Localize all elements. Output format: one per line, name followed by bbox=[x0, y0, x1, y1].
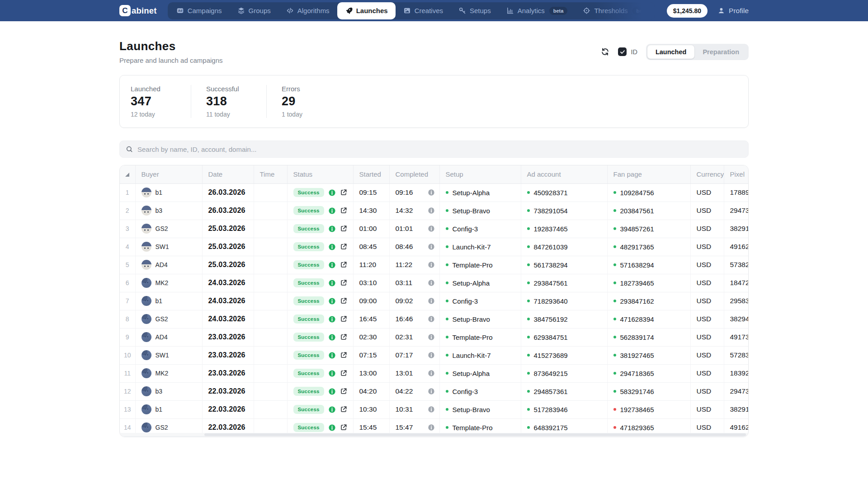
open-launch-icon[interactable] bbox=[340, 297, 347, 305]
nav-item-creatives[interactable]: Creatives bbox=[396, 2, 451, 19]
nav-item-launches[interactable]: Launches bbox=[337, 2, 396, 19]
buyer-link[interactable]: b3 bbox=[142, 386, 202, 396]
buyer-link[interactable]: AD4 bbox=[142, 260, 202, 270]
buyer-link[interactable]: b3 bbox=[142, 206, 202, 216]
completed-info-icon[interactable] bbox=[428, 315, 435, 323]
status-info-icon[interactable] bbox=[328, 225, 336, 233]
status-info-icon[interactable] bbox=[328, 333, 336, 341]
status-info-icon[interactable] bbox=[328, 388, 336, 395]
table-row[interactable]: 7b124.03.2026Success09:0009:02Config-371… bbox=[120, 292, 749, 310]
completed-info-icon[interactable] bbox=[428, 388, 435, 395]
table-row[interactable]: 1b126.03.2026Success09:1509:16Setup-Alph… bbox=[120, 183, 749, 202]
open-launch-icon[interactable] bbox=[340, 370, 347, 377]
table-row[interactable]: 12b322.03.2026Success04:2004:22Config-32… bbox=[120, 382, 749, 400]
nav-item-campaigns[interactable]: AdCampaigns bbox=[169, 2, 230, 19]
open-launch-icon[interactable] bbox=[340, 261, 347, 268]
open-launch-icon[interactable] bbox=[340, 315, 347, 323]
status-info-icon[interactable] bbox=[328, 261, 336, 269]
refresh-icon[interactable] bbox=[601, 47, 609, 56]
column-header-started[interactable]: Started bbox=[353, 165, 389, 183]
buyer-link[interactable]: MK2 bbox=[142, 368, 202, 378]
app-logo[interactable]: C abinet bbox=[119, 5, 157, 16]
column-header-ad-account[interactable]: Ad account bbox=[521, 165, 607, 183]
open-launch-icon[interactable] bbox=[340, 279, 347, 286]
column-header-date[interactable]: Date bbox=[202, 165, 254, 183]
buyer-link[interactable]: AD4 bbox=[142, 332, 202, 342]
table-row[interactable]: 3GS225.03.2026Success01:0001:01Config-31… bbox=[120, 220, 749, 238]
column-header-fan-page[interactable]: Fan page bbox=[607, 165, 690, 183]
status-info-icon[interactable] bbox=[328, 279, 336, 287]
profile-menu[interactable]: Profile bbox=[717, 7, 749, 15]
status-info-icon[interactable] bbox=[328, 243, 336, 251]
status-info-icon[interactable] bbox=[328, 424, 336, 432]
completed-info-icon[interactable] bbox=[428, 207, 435, 214]
open-launch-icon[interactable] bbox=[340, 207, 347, 214]
completed-info-icon[interactable] bbox=[428, 333, 435, 341]
buyer-link[interactable]: MK2 bbox=[142, 278, 202, 288]
tab-preparation[interactable]: Preparation bbox=[694, 45, 747, 59]
open-launch-icon[interactable] bbox=[340, 225, 347, 232]
open-launch-icon[interactable] bbox=[340, 424, 347, 431]
status-info-icon[interactable] bbox=[328, 189, 336, 197]
buyer-link[interactable]: SW1 bbox=[142, 242, 202, 252]
open-launch-icon[interactable] bbox=[340, 352, 347, 359]
buyer-link[interactable]: SW1 bbox=[142, 350, 202, 360]
table-row[interactable]: 9AD423.03.2026Success02:3002:31Template-… bbox=[120, 328, 749, 346]
completed-info-icon[interactable] bbox=[428, 225, 435, 232]
table-row[interactable]: 5AD425.03.2026Success11:2011:22Template-… bbox=[120, 256, 749, 274]
completed-info-icon[interactable] bbox=[428, 243, 435, 250]
buyer-link[interactable]: GS2 bbox=[142, 422, 202, 432]
nav-item-thresholds[interactable]: Thresholdsbeta bbox=[575, 2, 655, 19]
completed-info-icon[interactable] bbox=[428, 297, 435, 305]
status-info-icon[interactable] bbox=[328, 297, 336, 305]
completed-info-icon[interactable] bbox=[428, 189, 435, 196]
table-row[interactable]: 13b122.03.2026Success10:3010:31Setup-Bra… bbox=[120, 400, 749, 418]
column-header-setup[interactable]: Setup bbox=[439, 165, 521, 183]
table-row[interactable]: 4SW125.03.2026Success08:4508:46Launch-Ki… bbox=[120, 238, 749, 256]
buyer-link[interactable]: b1 bbox=[142, 188, 202, 197]
completed-info-icon[interactable] bbox=[428, 406, 435, 413]
horizontal-scrollbar-thumb[interactable] bbox=[204, 433, 746, 436]
open-launch-icon[interactable] bbox=[340, 243, 347, 250]
status-info-icon[interactable] bbox=[328, 352, 336, 359]
buyer-link[interactable]: b1 bbox=[142, 296, 202, 306]
column-header-buyer[interactable]: Buyer bbox=[135, 165, 202, 183]
tab-launched[interactable]: Launched bbox=[647, 45, 694, 59]
column-header-currency[interactable]: Currency bbox=[690, 165, 724, 183]
buyer-link[interactable]: b1 bbox=[142, 404, 202, 414]
open-launch-icon[interactable] bbox=[340, 333, 347, 341]
nav-item-setups[interactable]: Setups bbox=[451, 2, 499, 19]
open-launch-icon[interactable] bbox=[340, 406, 347, 413]
open-launch-icon[interactable] bbox=[340, 388, 347, 395]
completed-info-icon[interactable] bbox=[428, 279, 435, 286]
id-checkbox[interactable] bbox=[618, 47, 627, 56]
table-row[interactable]: 6MK224.03.2026Success03:1003:11Setup-Alp… bbox=[120, 274, 749, 292]
completed-info-icon[interactable] bbox=[428, 352, 435, 359]
open-launch-icon[interactable] bbox=[340, 189, 347, 196]
completed-info-icon[interactable] bbox=[428, 370, 435, 377]
buyer-cell: AD4 bbox=[135, 256, 202, 274]
column-header-status[interactable]: Status bbox=[287, 165, 353, 183]
status-info-icon[interactable] bbox=[328, 406, 336, 413]
column-header-completed[interactable]: Completed bbox=[389, 165, 439, 183]
status-info-icon[interactable] bbox=[328, 207, 336, 215]
nav-item-algorithms[interactable]: Algorithms bbox=[278, 2, 337, 19]
table-row[interactable]: 11MK223.03.2026Success13:0013:01Setup-Al… bbox=[120, 364, 749, 382]
balance-badge[interactable]: $1,245.80 bbox=[667, 4, 708, 18]
buyer-link[interactable]: GS2 bbox=[142, 224, 202, 234]
column-header-time[interactable]: Time bbox=[254, 165, 287, 183]
nav-item-groups[interactable]: Groups bbox=[230, 2, 278, 19]
column-header-pixel[interactable]: Pixel bbox=[724, 165, 749, 183]
nav-item-analytics[interactable]: Analyticsbeta bbox=[499, 2, 576, 19]
ok-status-dot bbox=[446, 191, 448, 194]
status-info-icon[interactable] bbox=[328, 370, 336, 377]
completed-info-icon[interactable] bbox=[428, 424, 435, 431]
table-row[interactable]: 2b326.03.2026Success14:3014:32Setup-Brav… bbox=[120, 202, 749, 220]
table-row[interactable]: 8GS224.03.2026Success16:4516:46Setup-Bra… bbox=[120, 310, 749, 328]
table-row[interactable]: 10SW123.03.2026Success07:1507:17Launch-K… bbox=[120, 346, 749, 364]
completed-info-icon[interactable] bbox=[428, 261, 435, 268]
search-input[interactable] bbox=[137, 145, 742, 153]
buyer-link[interactable]: GS2 bbox=[142, 314, 202, 324]
column-header-sort[interactable] bbox=[120, 165, 135, 183]
status-info-icon[interactable] bbox=[328, 315, 336, 323]
